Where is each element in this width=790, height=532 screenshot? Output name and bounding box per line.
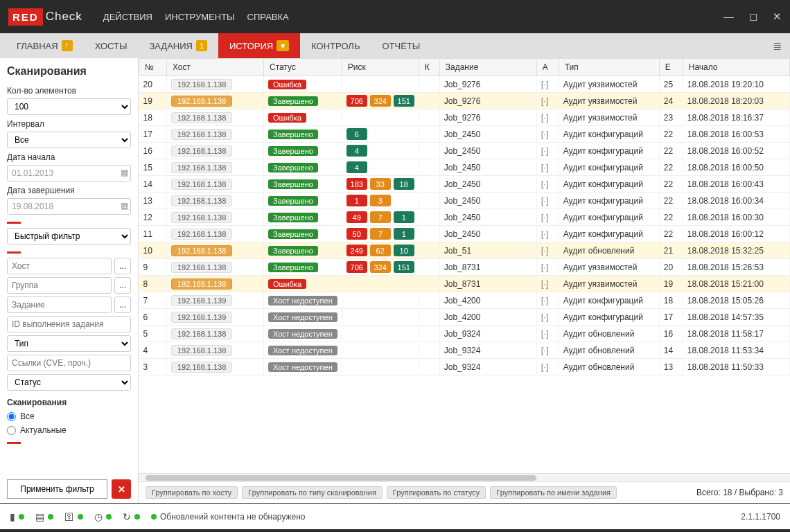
end-date-input[interactable] (7, 198, 131, 215)
table-row[interactable]: 6192.168.1.139Хост недоступенJob_4200[·]… (139, 309, 790, 326)
group-by-status-button[interactable]: Группировать по статусу (387, 486, 486, 499)
cell-a[interactable]: [·] (536, 276, 559, 292)
maximize-icon[interactable]: ◻ (749, 10, 757, 23)
cell-a[interactable]: [·] (536, 342, 559, 359)
status-select[interactable]: Статус (7, 374, 131, 391)
calendar-icon[interactable]: ▦ (121, 201, 128, 211)
cell-host: 192.168.1.138 (167, 342, 264, 359)
cell-a[interactable]: [·] (536, 359, 559, 375)
browse-button[interactable]: ... (114, 258, 131, 274)
refresh-icon[interactable]: ↻ (123, 511, 131, 522)
table-row[interactable]: 12192.168.1.138Завершено4971Job_2450[·]А… (139, 209, 790, 226)
cell-a[interactable]: [·] (536, 176, 559, 193)
cell-host: 192.168.1.138 (167, 159, 264, 176)
type-select[interactable]: Тип (7, 335, 131, 352)
table-row[interactable]: 14192.168.1.138Завершено1833318Job_2450[… (139, 176, 790, 193)
server-icon[interactable]: ▤ (35, 511, 44, 522)
clear-filter-button[interactable]: ✕ (112, 479, 131, 499)
col-task[interactable]: Задание (439, 59, 536, 76)
table-row[interactable]: 4192.168.1.138Хост недоступенJob_9324[·]… (139, 342, 790, 359)
links-input[interactable] (7, 355, 131, 371)
group-by-host-button[interactable]: Группировать по хосту (146, 486, 238, 499)
radio-actual[interactable] (7, 426, 16, 435)
id-input[interactable] (7, 316, 131, 332)
table-row[interactable]: 17192.168.1.138Завершено6Job_2450[·]Ауди… (139, 126, 790, 143)
cell-a[interactable]: [·] (536, 159, 559, 176)
horizontal-scrollbar[interactable] (139, 473, 790, 481)
browse-button[interactable]: ... (114, 277, 131, 294)
tab-history[interactable]: ИСТОРИЯ▼ (218, 33, 300, 58)
table-row[interactable]: 13192.168.1.138Завершено13Job_2450[·]Ауд… (139, 193, 790, 209)
cell-a[interactable]: [·] (536, 93, 559, 109)
col-risk[interactable]: Риск (342, 59, 419, 76)
table-row[interactable]: 9192.168.1.138Завершено706324151Job_8731… (139, 259, 790, 276)
col-num[interactable]: № (139, 59, 167, 76)
cell-a[interactable]: [·] (536, 226, 559, 242)
cell-num: 9 (139, 259, 167, 276)
group-by-type-button[interactable]: Группировать по типу сканирования (242, 486, 383, 499)
table-row[interactable]: 10192.168.1.138Завершено2496210Job_51[·]… (139, 242, 790, 259)
col-e[interactable]: Е (659, 59, 683, 76)
cell-a[interactable]: [·] (536, 259, 559, 276)
list-icon[interactable]: ≣ (773, 33, 790, 58)
close-icon[interactable]: ✕ (773, 10, 782, 23)
tab-main[interactable]: ГЛАВНАЯ! (6, 33, 84, 58)
cell-a[interactable]: [·] (536, 292, 559, 309)
key-icon[interactable]: ⚿ (64, 511, 74, 522)
host-input[interactable] (7, 258, 112, 274)
cell-a[interactable]: [·] (536, 109, 559, 126)
col-start[interactable]: Начало (683, 59, 789, 76)
table-row[interactable]: 20192.168.1.138ОшибкаJob_9276[·]Аудит уя… (139, 76, 790, 93)
tab-tasks[interactable]: ЗАДАНИЯ1 (138, 33, 218, 58)
table-row[interactable]: 19192.168.1.138Завершено706324151Job_927… (139, 93, 790, 109)
status-dot-icon (48, 514, 53, 520)
table-row[interactable]: 3192.168.1.138Хост недоступенJob_9324[·]… (139, 359, 790, 375)
calendar-icon[interactable]: ▦ (121, 168, 128, 177)
cell-a[interactable]: [·] (536, 209, 559, 226)
group-by-task-button[interactable]: Группировать по имени задания (490, 486, 617, 499)
cell-status: Завершено (264, 159, 342, 176)
col-type[interactable]: Тип (559, 59, 659, 76)
col-status[interactable]: Статус (264, 59, 342, 76)
minimize-icon[interactable]: — (723, 10, 734, 23)
table-row[interactable]: 16192.168.1.138Завершено4Job_2450[·]Ауди… (139, 143, 790, 159)
table-row[interactable]: 18192.168.1.138ОшибкаJob_9276[·]Аудит уя… (139, 109, 790, 126)
clock-icon[interactable]: ◷ (94, 511, 103, 522)
cell-risk: 4971 (342, 209, 419, 226)
count-select[interactable]: 100 (7, 98, 131, 115)
task-input[interactable] (7, 296, 112, 313)
table-row[interactable]: 7192.168.1.139Хост недоступенJob_4200[·]… (139, 292, 790, 309)
cell-risk (342, 276, 419, 292)
apply-filter-button[interactable]: Применить фильтр (7, 479, 107, 499)
interval-select[interactable]: Все (7, 132, 131, 148)
table-row[interactable]: 5192.168.1.138Хост недоступенJob_9324[·]… (139, 326, 790, 342)
cell-task: Job_4200 (439, 292, 536, 309)
cell-a[interactable]: [·] (536, 76, 559, 93)
table-row[interactable]: 8192.168.1.138ОшибкаJob_8731[·]Аудит уяз… (139, 276, 790, 292)
col-k[interactable]: К (419, 59, 439, 76)
menu-actions[interactable]: ДЕЙСТВИЯ (103, 12, 152, 22)
browse-button[interactable]: ... (114, 296, 131, 313)
group-input[interactable] (7, 277, 112, 294)
cell-status: Ошибка (264, 109, 342, 126)
col-a[interactable]: А (536, 59, 559, 76)
table-row[interactable]: 15192.168.1.138Завершено4Job_2450[·]Ауди… (139, 159, 790, 176)
quickfilter-select[interactable]: Быстрый фильтр (7, 228, 131, 245)
tab-hosts[interactable]: ХОСТЫ (84, 33, 139, 58)
cell-a[interactable]: [·] (536, 126, 559, 143)
menu-tools[interactable]: ИНСТРУМЕНТЫ (165, 12, 235, 22)
cell-a[interactable]: [·] (536, 309, 559, 326)
radio-all[interactable] (7, 412, 16, 421)
db-icon[interactable]: ▮ (10, 511, 15, 522)
cell-a[interactable]: [·] (536, 143, 559, 159)
cell-a[interactable]: [·] (536, 242, 559, 259)
cell-a[interactable]: [·] (536, 326, 559, 342)
cell-a[interactable]: [·] (536, 193, 559, 209)
col-host[interactable]: Хост (167, 59, 264, 76)
tab-control[interactable]: КОНТРОЛЬ (300, 33, 371, 58)
start-date-input[interactable] (7, 165, 131, 181)
cell-risk (342, 76, 419, 93)
table-row[interactable]: 11192.168.1.138Завершено5071Job_2450[·]А… (139, 226, 790, 242)
menu-help[interactable]: СПРАВКА (247, 12, 289, 22)
tab-reports[interactable]: ОТЧЁТЫ (371, 33, 431, 58)
